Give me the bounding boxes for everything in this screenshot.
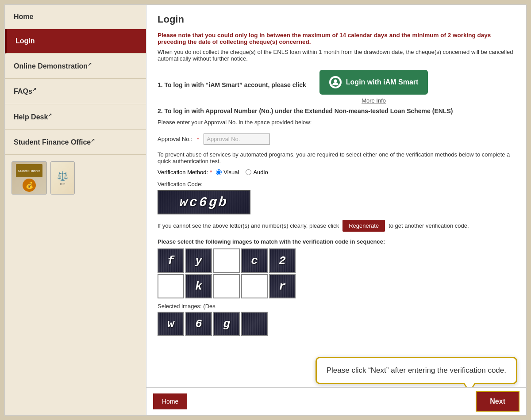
captcha-tile-2[interactable]: 2 xyxy=(269,248,296,273)
page-title: Login xyxy=(158,14,515,25)
iam-smart-icon xyxy=(330,77,341,88)
next-button[interactable]: Next xyxy=(476,391,519,412)
sidebar-item-login[interactable]: Login xyxy=(5,29,146,53)
captcha-tile-f[interactable]: f xyxy=(158,248,184,273)
warning-text: Please note that you could only log in b… xyxy=(158,32,515,45)
selected-images-row: w 6 g xyxy=(158,312,515,336)
image-select-label: Please select the following images to ma… xyxy=(158,238,515,245)
radio-audio-label[interactable]: Audio xyxy=(246,169,268,176)
sidebar: Home Login Online Demonstration↗ FAQs↗ H… xyxy=(5,5,146,415)
approval-label: Approval No.: xyxy=(158,136,192,142)
iam-icon xyxy=(329,76,342,88)
radio-visual-input[interactable] xyxy=(216,169,222,175)
required-star: * xyxy=(197,136,199,143)
captcha-tile-y[interactable]: y xyxy=(185,248,212,273)
captcha-tile-blank2[interactable] xyxy=(158,274,184,298)
main-content: Login Please note that you could only lo… xyxy=(146,5,526,415)
info-text: When you do not collect the cheque(s) of… xyxy=(158,49,515,62)
captcha-image: wc6gb xyxy=(158,190,250,214)
selected-tile-extra xyxy=(241,312,268,336)
iam-smart-button[interactable]: Login with iAM Smart xyxy=(319,70,428,95)
sidebar-item-faqs[interactable]: FAQs↗ xyxy=(5,79,146,104)
captcha-tile-blank1[interactable] xyxy=(213,248,240,273)
selected-images-label: Selected images: (Des xyxy=(158,303,515,309)
tooltip-text: Please click “Next” after entering the v… xyxy=(327,366,506,374)
external-link-icon: ↗ xyxy=(91,137,95,143)
sidebar-images: Student Finance 💰 ⚖️ Info xyxy=(5,155,146,201)
radio-audio-input[interactable] xyxy=(246,169,251,175)
external-link-icon: ↗ xyxy=(48,112,52,118)
captcha-grid-row2: k r xyxy=(158,274,515,298)
sidebar-item-online-demo[interactable]: Online Demonstration↗ xyxy=(5,53,146,79)
captcha-tile-r[interactable]: r xyxy=(269,274,296,298)
sidebar-image-2: ⚖️ Info xyxy=(50,161,75,195)
sidebar-item-help-desk[interactable]: Help Desk↗ xyxy=(5,104,146,130)
footer-bar: Home Next xyxy=(146,387,526,415)
section2-heading: 2. To log in with Approval Number (No.) … xyxy=(158,107,515,115)
verification-method-row: Verification Method: * Visual Audio xyxy=(158,169,515,176)
iam-smart-section: 1. To log in with “iAM Smart” account, p… xyxy=(158,70,515,104)
captcha-tile-blank4[interactable] xyxy=(241,274,268,298)
captcha-notice: To prevent abuse of services by automate… xyxy=(158,151,515,164)
home-button[interactable]: Home xyxy=(153,393,187,409)
approval-instruction: Please enter your Approval No. in the sp… xyxy=(158,119,515,126)
verification-method-label: Verification Method: xyxy=(158,169,208,176)
radio-visual-label[interactable]: Visual xyxy=(216,169,239,176)
selected-tile-6: 6 xyxy=(185,312,212,336)
tooltip-overlay: Please click “Next” after entering the v… xyxy=(316,357,517,384)
regen-before: If you cannot see the above letter(s) an… xyxy=(158,222,339,229)
selected-tile-w: w xyxy=(158,312,184,336)
external-link-icon: ↗ xyxy=(88,61,92,67)
selected-tile-g: g xyxy=(213,312,240,336)
regenerate-row: If you cannot see the above letter(s) an… xyxy=(158,220,515,232)
more-info-link[interactable]: More Info xyxy=(362,97,386,104)
section1-heading: 1. To log in with “iAM Smart” account, p… xyxy=(158,81,306,88)
approval-row: Approval No.: * xyxy=(158,134,515,145)
captcha-tile-blank3[interactable] xyxy=(213,274,240,298)
external-link-icon: ↗ xyxy=(32,87,36,92)
captcha-tile-c[interactable]: c xyxy=(241,248,268,273)
sidebar-item-student-finance[interactable]: Student Finance Office↗ xyxy=(5,130,146,155)
verification-required-star: * xyxy=(210,169,212,176)
regen-after: to get another verification code. xyxy=(389,222,469,229)
captcha-text: wc6gb xyxy=(179,195,229,210)
approval-input[interactable] xyxy=(204,134,270,145)
captcha-tile-k[interactable]: k xyxy=(185,274,212,298)
radio-group: Visual Audio xyxy=(216,169,268,176)
svg-point-1 xyxy=(334,80,337,83)
sidebar-image-1: Student Finance 💰 xyxy=(12,161,47,195)
captcha-code-label: Verification Code: xyxy=(158,181,515,187)
captcha-grid-row1: f y c 2 xyxy=(158,248,515,273)
regenerate-button[interactable]: Regenerate xyxy=(342,220,385,232)
sidebar-item-home[interactable]: Home xyxy=(5,5,146,29)
more-info: More Info xyxy=(319,97,428,104)
